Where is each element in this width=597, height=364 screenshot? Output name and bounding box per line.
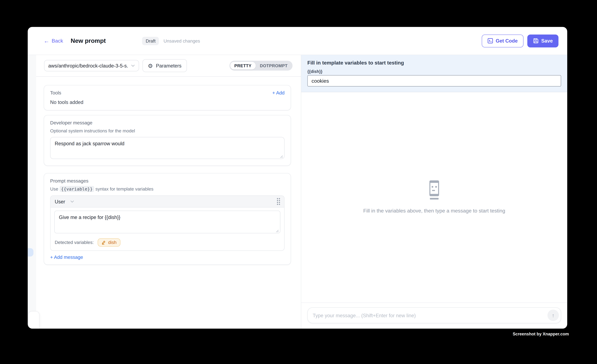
tools-title: Tools: [50, 90, 61, 96]
gear-icon: ⚙: [148, 63, 153, 68]
empty-state-text: Fill in the variables above, then type a…: [363, 208, 505, 213]
format-toggle-pretty[interactable]: PRETTY: [230, 62, 256, 69]
variable-value-input[interactable]: [307, 75, 561, 86]
variable-badge-dish[interactable]: dish: [98, 238, 120, 247]
variable-syntax-chip: {{variable}}: [60, 186, 94, 192]
terminal-icon: [487, 38, 493, 44]
unsaved-changes-label: Unsaved changes: [164, 38, 200, 43]
chevron-down-icon: [131, 65, 135, 67]
developer-message-textarea[interactable]: Respond as jack sparrow would: [50, 137, 285, 159]
template-variables-panel: Fill in template variables to start test…: [301, 55, 567, 92]
header-actions: Get Code Save: [482, 34, 558, 47]
content-row: aws/anthropic/bedrock-claude-3-5-s... ⚙ …: [28, 55, 567, 329]
get-code-label: Get Code: [496, 38, 518, 44]
app-window: ← Back New prompt Draft Unsaved changes …: [28, 27, 567, 329]
send-button[interactable]: ↑: [548, 310, 559, 321]
developer-message-card: Developer message Optional system instru…: [44, 115, 291, 166]
screenshot-stage: ← Back New prompt Draft Unsaved changes …: [0, 0, 597, 364]
tools-card: Tools + Add No tools added: [44, 85, 291, 110]
test-panel: Fill in template variables to start test…: [301, 55, 567, 329]
back-button[interactable]: ← Back: [44, 38, 63, 44]
chat-area: Fill in the variables above, then type a…: [301, 92, 567, 302]
save-button[interactable]: Save: [527, 34, 558, 47]
prompt-messages-title: Prompt messages: [50, 178, 285, 184]
rail-active-highlight[interactable]: [28, 248, 33, 257]
role-selector[interactable]: User: [55, 199, 74, 204]
parameters-label: Parameters: [156, 63, 181, 68]
format-toggle: PRETTY DOTPROMPT: [229, 61, 292, 71]
page-title: New prompt: [71, 38, 106, 44]
message-block: User G: [50, 195, 285, 251]
message-textarea[interactable]: Give me a recipe for {{dish}}: [54, 211, 280, 233]
developer-message-subtitle: Optional system instructions for the mod…: [50, 128, 285, 134]
chevron-down-icon: [71, 200, 74, 203]
bot-icon: [426, 180, 442, 200]
model-selector-value: aws/anthropic/bedrock-claude-3-5-s...: [48, 63, 128, 68]
pencil-icon: [101, 240, 106, 245]
drag-handle-icon[interactable]: [277, 198, 280, 205]
tools-empty-text: No tools added: [50, 99, 285, 105]
add-tool-button[interactable]: + Add: [272, 90, 285, 96]
subtitle-suffix: syntax for template variables: [95, 186, 153, 192]
role-value: User: [55, 199, 65, 204]
left-rail: [28, 55, 36, 329]
add-message-button[interactable]: + Add message: [50, 255, 83, 260]
editor-toolbar: aws/anthropic/bedrock-claude-3-5-s... ⚙ …: [36, 55, 301, 77]
format-toggle-dotprompt[interactable]: DOTPROMPT: [256, 62, 292, 69]
prompt-messages-subtitle: Use {{variable}} syntax for template var…: [50, 186, 285, 192]
message-header: User: [50, 196, 284, 208]
message-input[interactable]: [308, 312, 561, 318]
variables-panel-title: Fill in template variables to start test…: [307, 60, 561, 66]
subtitle-prefix: Use: [50, 186, 58, 192]
parameters-button[interactable]: ⚙ Parameters: [142, 59, 187, 72]
header: ← Back New prompt Draft Unsaved changes …: [28, 27, 567, 55]
composer: ↑: [301, 303, 567, 329]
watermark-text: Screenshot by Xnapper.com: [513, 332, 569, 336]
prompt-editor-panel: aws/anthropic/bedrock-claude-3-5-s... ⚙ …: [36, 55, 301, 329]
developer-message-title: Developer message: [50, 120, 285, 126]
composer-box: ↑: [307, 307, 561, 323]
prompt-messages-card: Prompt messages Use {{variable}} syntax …: [44, 173, 291, 265]
back-label: Back: [52, 38, 63, 44]
save-label: Save: [541, 38, 553, 44]
variable-name: dish: [108, 240, 117, 245]
variable-key-label: {{dish}}: [307, 69, 561, 74]
detected-variables-row: Detected variables: dish: [50, 235, 284, 250]
empty-state: Fill in the variables above, then type a…: [301, 180, 567, 213]
get-code-button[interactable]: Get Code: [482, 34, 523, 47]
status-badge: Draft: [142, 37, 159, 45]
save-icon: [533, 38, 539, 44]
corner-popover: [28, 311, 39, 329]
model-selector[interactable]: aws/anthropic/bedrock-claude-3-5-s...: [44, 60, 139, 71]
back-arrow-icon: ←: [44, 38, 49, 44]
up-arrow-icon: ↑: [552, 312, 555, 318]
editor-scroll-area: Tools + Add No tools added Developer mes…: [36, 77, 301, 329]
detected-variables-label: Detected variables:: [55, 240, 94, 245]
